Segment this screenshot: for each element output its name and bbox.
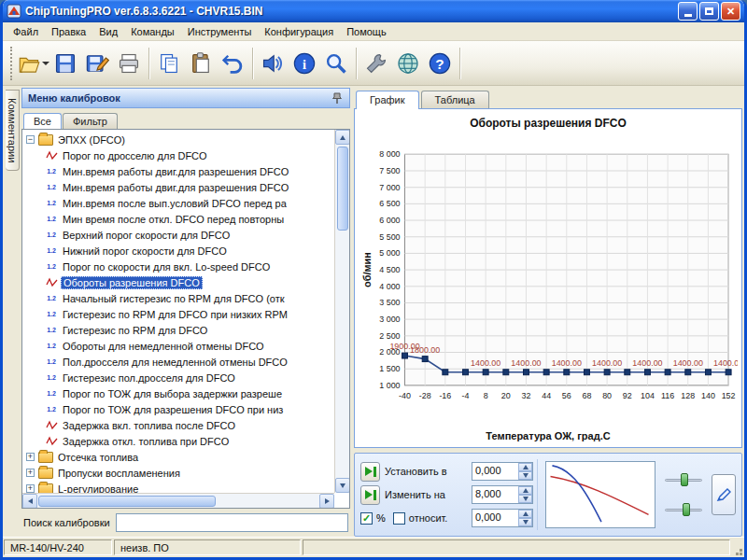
zoom-button[interactable] (320, 46, 352, 81)
change-value-button[interactable] (360, 485, 380, 505)
close-button[interactable]: ✕ (721, 2, 740, 21)
menu-item-конфигурация[interactable]: Конфигурация (258, 24, 340, 39)
data-point[interactable] (463, 370, 469, 375)
percent-checkbox[interactable]: ✓ (360, 512, 373, 525)
tab-фильтр[interactable]: Фильтр (63, 113, 118, 129)
tree-item[interactable]: Задержка вкл. топлива после DFCO (26, 417, 334, 433)
tree-item[interactable]: 1.2Нижний порог скорости для DFCO (26, 243, 334, 259)
data-point[interactable] (665, 370, 670, 375)
set-value[interactable]: 0,000 (472, 463, 518, 480)
tree-folder[interactable]: −ЭПХХ (DFCO) (26, 132, 334, 147)
vertical-scroll-thumb[interactable] (337, 147, 348, 231)
tree-item[interactable]: 1.2Гистерезис по RPM для DFCO (26, 322, 334, 338)
menu-item-правка[interactable]: Правка (45, 24, 92, 39)
menu-item-вид[interactable]: Вид (92, 24, 124, 39)
scroll-down-button[interactable] (335, 478, 350, 493)
data-point[interactable] (685, 370, 691, 375)
comments-tab[interactable]: Комментарии (6, 90, 20, 171)
title-bar[interactable]: ChipTuningPRO ver.6.8.3.6221 - CHVR15.BI… (3, 0, 744, 22)
tree-item[interactable]: 1.2Гистерезис по RPM для DFCO при низких… (26, 306, 334, 322)
menu-item-помощь[interactable]: Помощь (340, 24, 393, 39)
data-point[interactable] (543, 370, 549, 375)
save-as-button[interactable] (81, 46, 113, 81)
tab-все[interactable]: Все (23, 113, 62, 130)
data-point[interactable] (604, 370, 610, 375)
expand-icon[interactable]: + (26, 469, 35, 477)
relative-value-spinner[interactable]: 0,000 (472, 509, 533, 527)
pin-icon[interactable] (331, 91, 344, 105)
tree-item[interactable]: 1.2Мин.время работы двиг.для разрешения … (26, 163, 334, 179)
open-dropdown-icon[interactable] (42, 62, 49, 65)
curve-slider-1[interactable] (665, 473, 702, 486)
copy-button[interactable] (153, 46, 185, 81)
expand-icon[interactable]: + (26, 484, 35, 493)
tree-item[interactable]: 1.2Порог по ТОЖ для разрешения DFCO при … (26, 401, 334, 417)
data-point[interactable] (524, 370, 529, 375)
maximize-button[interactable] (699, 2, 719, 21)
tree-folder[interactable]: +Отсечка топлива (26, 449, 334, 465)
scroll-track[interactable] (37, 494, 319, 508)
collapse-icon[interactable]: − (26, 135, 35, 144)
relative-value[interactable]: 0,000 (472, 510, 518, 526)
tree-item[interactable]: 1.2Начальный гистерезис по RPM для DFCO … (26, 290, 334, 306)
data-point[interactable] (402, 353, 408, 358)
search-input[interactable] (116, 513, 348, 532)
info-button[interactable]: i (289, 46, 320, 81)
undo-button[interactable] (217, 46, 248, 81)
spin-up-button[interactable] (518, 463, 532, 471)
data-point[interactable] (644, 370, 650, 375)
change-value[interactable]: 8,000 (472, 486, 518, 503)
tab-таблица[interactable]: Таблица (421, 91, 489, 108)
data-point[interactable] (422, 357, 428, 362)
tree-item[interactable]: 1.2Обороты для немедленной отмены DFCO (26, 338, 334, 354)
data-point[interactable] (705, 370, 711, 375)
network-button[interactable] (392, 46, 424, 81)
spin-down-button[interactable] (518, 495, 532, 503)
tab-график[interactable]: График (356, 91, 419, 109)
change-value-spinner[interactable]: 8,000 (472, 485, 533, 504)
tree-item[interactable]: 1.2Мин.время работы двиг.для разрешения … (26, 179, 334, 195)
tree-item[interactable]: 1.2Мин.время после вып.условий DFCO пере… (26, 195, 334, 211)
tree-item[interactable]: 1.2Пол.дросселя для немедленной отмены D… (26, 354, 334, 370)
set-value-spinner[interactable]: 0,000 (472, 462, 533, 481)
spin-up-button[interactable] (518, 510, 532, 518)
open-button[interactable] (18, 46, 49, 81)
spin-down-button[interactable] (518, 518, 532, 526)
edit-curve-button[interactable] (712, 474, 736, 515)
minimize-button[interactable] (678, 2, 698, 21)
data-point[interactable] (483, 370, 488, 375)
menu-item-команды[interactable]: Команды (124, 24, 181, 39)
menu-item-файл[interactable]: Файл (7, 24, 45, 39)
toolbar-grip[interactable] (10, 47, 14, 80)
spin-up-button[interactable] (518, 486, 532, 495)
slider-thumb[interactable] (683, 503, 690, 516)
data-point[interactable] (503, 370, 509, 375)
data-point[interactable] (726, 370, 731, 375)
relative-checkbox[interactable] (393, 512, 405, 525)
print-button[interactable] (113, 46, 145, 81)
chart-area[interactable]: 1 0001 5002 0002 5003 0003 5004 0004 500… (359, 132, 738, 428)
tree-item[interactable]: Обороты разрешения DFCO (26, 274, 334, 290)
horizontal-scrollbar[interactable] (22, 493, 334, 508)
data-point[interactable] (564, 370, 570, 375)
sound-button[interactable] (257, 46, 289, 81)
scroll-left-button[interactable] (22, 494, 37, 509)
tree-item[interactable]: Порог по дросселю для DFCO (26, 147, 334, 163)
save-button[interactable] (49, 46, 81, 81)
scroll-up-button[interactable] (335, 130, 350, 145)
scroll-right-button[interactable] (319, 494, 334, 509)
tree-item[interactable]: Задержка откл. топлива при DFCO (26, 433, 334, 449)
tree-item[interactable]: 1.2Верхний порог скорости для DFCO (26, 227, 334, 243)
spin-down-button[interactable] (518, 471, 532, 480)
expand-icon[interactable]: + (26, 453, 35, 461)
preview-chart[interactable] (545, 461, 655, 528)
data-point[interactable] (584, 370, 589, 375)
tree-folder[interactable]: +Пропуски воспламенения (26, 465, 334, 481)
resize-grip[interactable] (731, 538, 744, 557)
tree-item[interactable]: 1.2Порог по скорости для вкл. Lo-speed D… (26, 259, 334, 274)
menu-item-инструменты[interactable]: Инструменты (181, 24, 259, 39)
set-value-button[interactable] (360, 462, 380, 482)
tree-item[interactable]: 1.2Мин время после откл. DFCO перед повт… (26, 211, 334, 227)
data-point[interactable] (443, 370, 448, 375)
tree-item[interactable]: 1.2Гистерезис пол.дросселя для DFCO (26, 370, 334, 385)
